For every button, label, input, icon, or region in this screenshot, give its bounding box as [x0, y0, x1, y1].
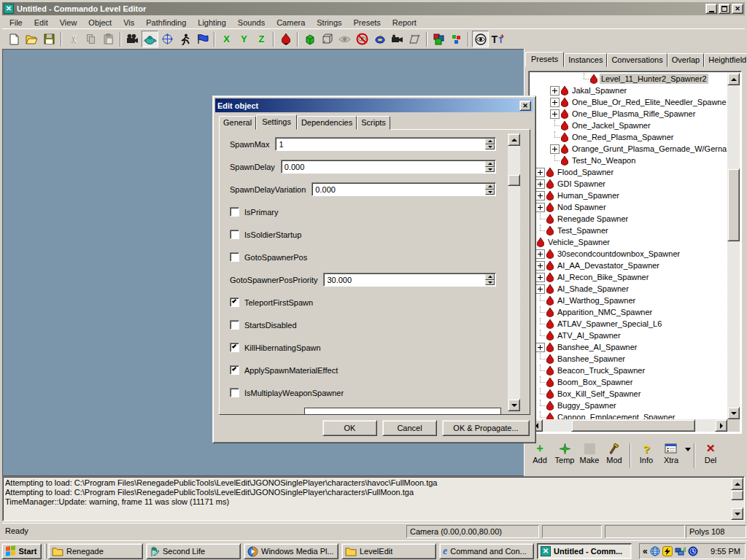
expand-icon[interactable] — [535, 343, 545, 352]
clipped-field[interactable] — [304, 408, 501, 414]
dialog-tab[interactable]: Settings — [256, 114, 297, 130]
walkthrough-button[interactable] — [177, 31, 193, 47]
scroll-up-button[interactable] — [727, 73, 740, 85]
tree-item[interactable]: One_Jackel_Spawner — [530, 120, 727, 131]
tree-item[interactable]: AI_Shade_Spawner — [530, 283, 727, 295]
view-camera-button[interactable] — [389, 31, 406, 47]
expand-icon[interactable] — [535, 284, 545, 294]
output-log[interactable]: Attempting to load: C:\Program Files\Ren… — [2, 476, 745, 521]
spinner[interactable] — [485, 161, 495, 172]
tree-item[interactable]: AI_Recon_Bike_Spawner — [530, 271, 727, 283]
scroll-thumb[interactable] — [508, 174, 520, 186]
tree-item[interactable]: Renegade Spawner — [530, 213, 727, 225]
menu-item[interactable]: Lighting — [192, 17, 232, 28]
axis-z-button[interactable]: Z — [253, 31, 270, 47]
info-button[interactable]: ? Info — [634, 442, 659, 464]
gizmo-button[interactable] — [159, 31, 176, 47]
checkbox[interactable] — [230, 365, 239, 375]
checkbox[interactable] — [230, 298, 239, 307]
lamp-button[interactable] — [371, 31, 388, 47]
waypath-button[interactable] — [194, 31, 211, 47]
tree-item[interactable]: Apparition_NMC_Spawner — [530, 306, 727, 318]
dialog-tab[interactable]: Dependencies — [297, 116, 357, 130]
tree-item[interactable]: Buggy_Spawner — [530, 400, 727, 411]
make-button[interactable]: Make — [577, 442, 602, 464]
tree-item[interactable]: Box_Kill_Self_Spawner — [530, 388, 727, 400]
menu-item[interactable]: Vis — [117, 17, 140, 28]
dialog-button[interactable]: OK — [322, 420, 377, 436]
task-command-and-conquer[interactable]: e Command and Con... — [439, 543, 534, 559]
dialog-button[interactable]: OK & Propagate... — [442, 420, 530, 436]
tree-item[interactable]: Banshee_AI_Spawner — [530, 341, 727, 353]
checkbox[interactable] — [230, 230, 239, 239]
globe-tray-icon[interactable] — [650, 546, 660, 556]
dialog-close-button[interactable]: ✕ — [519, 101, 531, 111]
spawner-drop-button[interactable] — [277, 31, 294, 47]
tree-item[interactable]: Test_Spawner — [530, 225, 727, 236]
expand-icon[interactable] — [535, 273, 545, 282]
value-input[interactable]: 1 — [275, 137, 496, 151]
maximize-button[interactable] — [719, 4, 730, 14]
expand-icon[interactable] — [535, 179, 545, 189]
panel-tab[interactable]: Conversations — [607, 53, 667, 67]
minimize-button[interactable] — [705, 4, 717, 14]
xtra-dropdown-icon[interactable] — [685, 448, 691, 454]
tree-item[interactable]: Test_No_Weapon — [530, 155, 727, 166]
tree-item[interactable]: Beacon_Truck_Spawner — [530, 365, 727, 376]
clock-tray-icon[interactable] — [688, 546, 698, 556]
tree-item[interactable]: Orange_Grunt_Plasma_Gernade_W/Gerna — [530, 143, 727, 155]
task-renegade[interactable]: Renegade — [48, 543, 143, 559]
menu-item[interactable]: View — [54, 17, 83, 28]
expand-icon[interactable] — [535, 168, 545, 177]
value-input[interactable]: 0.000 — [281, 160, 496, 174]
panel-tab[interactable]: Overlap — [667, 53, 705, 67]
tree-item[interactable]: ATV_AI_Spawner — [530, 330, 727, 341]
spinner[interactable] — [485, 139, 495, 149]
paste-button[interactable] — [100, 31, 117, 47]
rgb-dots-button[interactable] — [448, 31, 465, 47]
tray-chevron[interactable]: « — [643, 546, 648, 556]
task-untitled-commando[interactable]: ✕ Untitled - Comm... — [537, 543, 632, 559]
tree-item[interactable]: One_Blue_Plasma_Rifle_Spawner — [530, 108, 727, 120]
alert-tray-icon[interactable] — [662, 546, 673, 556]
menu-item[interactable]: Edit — [28, 17, 54, 28]
tree-item[interactable]: Cannon_Emplacement_Spawner — [530, 411, 727, 419]
tree-item[interactable]: 30secondcountdownbox_Spawner — [530, 248, 727, 260]
scroll-thumb[interactable] — [571, 419, 695, 432]
menu-item[interactable]: Camera — [271, 17, 311, 28]
wireframe-cube-button[interactable] — [319, 31, 336, 47]
checkbox[interactable] — [230, 207, 239, 217]
visibility-button[interactable] — [472, 31, 489, 47]
start-button[interactable]: Start — [1, 543, 42, 559]
dialog-button[interactable]: Cancel — [382, 420, 437, 436]
tree-item[interactable]: Level_11_Hunter2_Spawner2 — [530, 73, 727, 85]
expand-icon[interactable] — [535, 261, 545, 271]
scroll-down-button[interactable] — [508, 399, 520, 411]
add-button[interactable]: + Add — [527, 442, 552, 464]
menu-item[interactable]: Presets — [348, 17, 387, 28]
menu-item[interactable]: Strings — [311, 17, 347, 28]
clock-text[interactable]: 9:55 PM — [711, 547, 742, 556]
menu-item[interactable]: Report — [387, 17, 422, 28]
scroll-thumb[interactable] — [731, 490, 743, 500]
expand-icon[interactable] — [550, 144, 560, 154]
copy-button[interactable] — [82, 31, 99, 47]
dialog-scrollbar[interactable] — [508, 133, 520, 411]
mod-button[interactable]: Mod — [602, 442, 627, 464]
tree-hscrollbar[interactable] — [530, 419, 727, 432]
task-second-life[interactable]: Second Life — [146, 543, 241, 559]
scroll-down-button[interactable] — [727, 407, 740, 419]
tree-item[interactable]: ATLAV_Spawner_Special_L6 — [530, 318, 727, 330]
text-tool-button[interactable]: T T — [489, 31, 506, 47]
checkbox[interactable] — [230, 320, 239, 330]
temp-button[interactable]: Temp — [552, 442, 577, 464]
tree-item[interactable]: Jakal_Spawner — [530, 85, 727, 96]
dialog-titlebar[interactable]: Edit object ✕ — [215, 98, 533, 112]
panel-tab[interactable]: Heightfield — [704, 53, 747, 67]
menu-item[interactable]: Sounds — [232, 17, 271, 28]
panel-tab[interactable]: Presets — [525, 52, 564, 67]
expand-icon[interactable] — [535, 191, 545, 201]
save-button[interactable] — [41, 31, 58, 47]
dialog-tab[interactable]: General — [219, 116, 256, 130]
checkbox[interactable] — [230, 252, 239, 262]
